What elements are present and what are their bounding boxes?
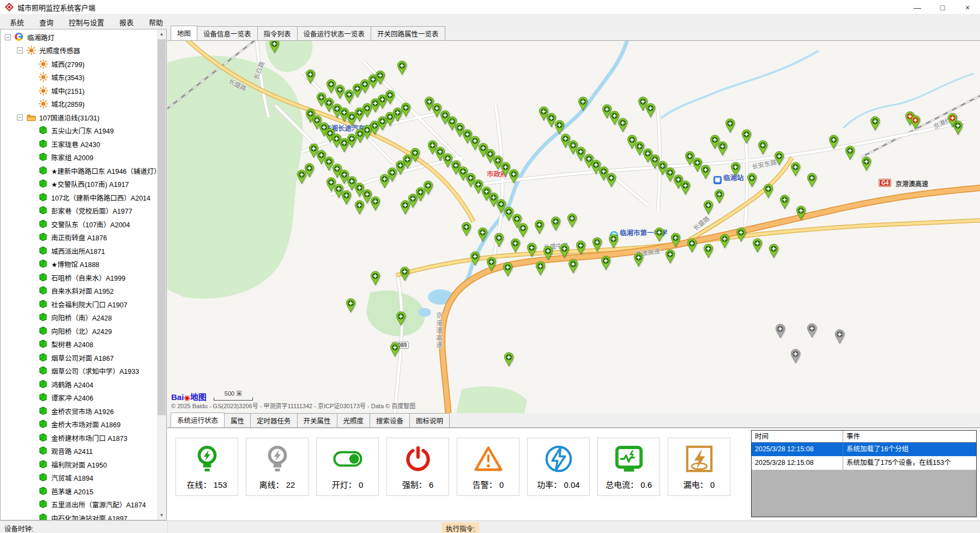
menu-item-查询[interactable]: 查询	[32, 15, 61, 29]
device-marker-online[interactable]	[559, 244, 570, 258]
device-marker-online[interactable]	[870, 116, 880, 131]
device-marker-online[interactable]	[747, 173, 757, 187]
device-marker-online[interactable]	[736, 227, 746, 242]
tab-开关回路属性一览表[interactable]: 开关回路属性一览表	[371, 26, 445, 40]
tab-开关属性[interactable]: 开关属性	[297, 413, 337, 427]
status-card-在线[interactable]: 在线： 153	[176, 438, 238, 496]
tree-expander-icon[interactable]: −	[17, 114, 23, 120]
tree-item[interactable]: 交警队东（107南）A2004	[1, 217, 158, 231]
tree-item[interactable]: ★建新中路路口东 A1946（辅道灯）	[1, 164, 158, 178]
device-marker-online[interactable]	[534, 220, 545, 234]
scroll-thumb[interactable]	[158, 39, 166, 415]
device-marker-online[interactable]	[796, 205, 806, 220]
tree-item[interactable]: 城西(2799)	[1, 57, 158, 71]
device-marker-online[interactable]	[576, 240, 586, 255]
menu-item-帮助[interactable]: 帮助	[141, 15, 171, 29]
tree-expander-icon[interactable]: −	[5, 34, 11, 40]
tab-地图[interactable]: 地图	[171, 26, 197, 40]
tree-item[interactable]: 鸿鹤路 A2404	[1, 378, 158, 391]
tab-系统运行状态[interactable]: 系统运行状态	[171, 413, 225, 427]
device-marker-online[interactable]	[601, 256, 611, 270]
status-card-总电流[interactable]: 总电流： 0.6	[597, 438, 660, 496]
device-marker-online[interactable]	[769, 244, 779, 258]
tree-item[interactable]: 谭家冲 A2406	[1, 391, 158, 405]
tree-expander-icon[interactable]: −	[17, 47, 23, 53]
tree-item[interactable]: 金桥大市场对面 A1869	[1, 418, 158, 432]
device-marker-online[interactable]	[354, 200, 365, 215]
device-marker-online[interactable]	[606, 173, 616, 187]
tree-item[interactable]: 城北(2859)	[1, 98, 158, 111]
tree-item[interactable]: 向阳桥（南）A2428	[1, 311, 158, 325]
device-marker-online[interactable]	[370, 196, 380, 211]
tree-item[interactable]: 金桥农贸市场 A1926	[1, 404, 158, 418]
device-marker-online[interactable]	[370, 271, 380, 286]
tree-item[interactable]: 城西派出所A1871	[1, 244, 158, 258]
device-marker-online[interactable]	[730, 162, 741, 177]
tree-item[interactable]: 芭茅塘 A2015	[1, 484, 158, 498]
tree-group-1[interactable]: −107国道沿线(31/31)	[1, 111, 158, 124]
tree-item[interactable]: 自来水斜对面 A1952	[1, 284, 158, 298]
device-marker-online[interactable]	[504, 352, 514, 367]
device-marker-online[interactable]	[470, 251, 480, 266]
device-marker-online[interactable]	[670, 233, 681, 247]
tree-root[interactable]: −临湘路灯	[1, 31, 158, 44]
tree-group-0[interactable]: −光照度传感器	[1, 44, 158, 58]
tree-scrollbar[interactable]: ▲ ▼	[157, 29, 166, 520]
device-marker-online[interactable]	[503, 262, 513, 277]
device-marker-online[interactable]	[551, 216, 561, 231]
tree-item[interactable]: ★交警队西(107南) A1917	[1, 178, 158, 191]
device-marker-offline[interactable]	[834, 329, 845, 344]
device-marker-offline[interactable]	[775, 324, 785, 338]
device-marker-online[interactable]	[741, 129, 752, 144]
device-marker-online[interactable]	[725, 118, 735, 133]
tree-item[interactable]: 福利院对面 A1950	[1, 458, 158, 471]
status-card-漏电[interactable]: 漏电： 0	[668, 438, 730, 496]
device-marker-online[interactable]	[758, 140, 768, 155]
minimize-button[interactable]: —	[905, 0, 930, 15]
tree-item[interactable]: 烟草公司对面 A1867	[1, 351, 158, 365]
device-marker-online[interactable]	[608, 234, 619, 249]
tree-item[interactable]: 107北（建新中路路口西）A2014	[1, 191, 158, 204]
device-marker-online[interactable]	[633, 252, 644, 267]
device-marker-alarm[interactable]	[910, 115, 921, 130]
tree-item[interactable]: 金桥建材市场门口 A1873	[1, 431, 158, 445]
device-marker-online[interactable]	[400, 200, 410, 215]
tree-item[interactable]: 中石化加油站对面 A1897	[1, 511, 158, 520]
scroll-down-arrow-icon[interactable]: ▼	[157, 511, 166, 520]
tree-item[interactable]: 观音路 A2411	[1, 445, 158, 458]
tree-item[interactable]: 五尖山大门东 A1949	[1, 124, 158, 138]
device-marker-online[interactable]	[510, 238, 521, 253]
tree-item[interactable]: 烟草公司（求知中学）A1933	[1, 365, 158, 378]
device-marker-online[interactable]	[305, 69, 316, 84]
tab-指令列表[interactable]: 指令列表	[257, 26, 298, 40]
event-table[interactable]: 时间事件2025/3/28 12:15:08系统加载了16个分组2025/3/2…	[751, 430, 977, 517]
device-marker-online[interactable]	[717, 141, 728, 156]
device-marker-online[interactable]	[477, 227, 488, 242]
device-marker-online[interactable]	[779, 195, 790, 209]
device-marker-online[interactable]	[618, 118, 628, 132]
tab-搜索设备[interactable]: 搜索设备	[370, 413, 410, 427]
status-card-功率[interactable]: 功率： 0.04	[527, 438, 590, 496]
device-marker-online[interactable]	[461, 222, 471, 237]
tree-item[interactable]: 梨树巷 A2408	[1, 338, 158, 352]
device-marker-online[interactable]	[687, 238, 697, 253]
status-card-开灯[interactable]: 开灯： 0	[316, 438, 379, 496]
device-marker-online[interactable]	[567, 213, 577, 228]
device-marker-online[interactable]	[645, 103, 656, 118]
device-marker-online[interactable]	[269, 41, 280, 53]
menu-item-系统[interactable]: 系统	[2, 15, 32, 29]
tree-item[interactable]: 城东(3543)	[1, 71, 158, 84]
device-marker-offline[interactable]	[790, 349, 801, 364]
device-marker-online[interactable]	[518, 223, 528, 238]
device-marker-online[interactable]	[763, 184, 773, 198]
device-marker-online[interactable]	[396, 311, 406, 326]
tab-光照度[interactable]: 光照度	[337, 413, 371, 427]
tab-设备运行状态一览表[interactable]: 设备运行状态一览表	[297, 26, 372, 40]
device-marker-online[interactable]	[554, 120, 565, 135]
status-card-强制[interactable]: 强制： 6	[386, 438, 449, 496]
device-marker-online[interactable]	[509, 169, 519, 184]
device-marker-online[interactable]	[341, 190, 352, 205]
device-marker-online[interactable]	[494, 233, 504, 247]
tree-item[interactable]: 社会福利院大门口 A1907	[1, 298, 158, 311]
tree-item[interactable]: 彭家巷（党校后面）A1977	[1, 204, 158, 218]
